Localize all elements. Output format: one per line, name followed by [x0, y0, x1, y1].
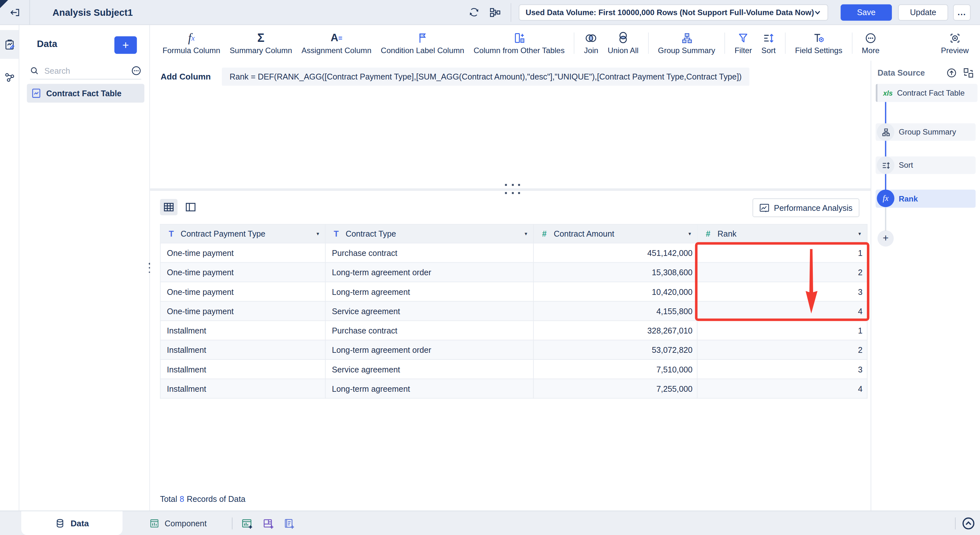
search-options-icon[interactable]	[131, 65, 141, 76]
number-type-icon: #	[704, 229, 713, 238]
toolbar-join[interactable]: Join	[584, 30, 598, 55]
add-dashboard-button[interactable]	[262, 517, 274, 530]
bottom-bar: Data Component	[0, 511, 980, 535]
publish-button[interactable]	[946, 67, 957, 78]
divider	[574, 32, 574, 53]
add-column-icon	[513, 30, 525, 45]
sidebar-item-contract-fact-table[interactable]: Contract Fact Table	[27, 84, 144, 102]
add-column-label: Add Column	[161, 72, 211, 81]
toolbar-filter[interactable]: Filter	[735, 30, 752, 55]
column-dropdown-icon[interactable]: ▼	[858, 232, 862, 236]
tab-data[interactable]: Data	[21, 511, 123, 535]
table-row[interactable]: One-time payment Service agreement 4,155…	[161, 301, 867, 321]
save-button[interactable]: Save	[841, 4, 892, 21]
data-source-panel: Data Source xls Contract Fact Table	[871, 61, 980, 511]
pipeline-icon	[3, 71, 16, 83]
table-body: One-time payment Purchase contract 451,1…	[161, 243, 867, 398]
flow-connector	[885, 208, 886, 231]
table-cell: 451,142,000	[533, 243, 697, 262]
sort-step-icon[interactable]	[877, 157, 894, 174]
swap-icon	[963, 67, 974, 78]
add-step-button[interactable]: +	[877, 230, 894, 247]
add-chart-icon	[241, 518, 253, 530]
table-cell: 3	[697, 359, 867, 379]
left-rail	[0, 25, 19, 511]
field-view-button[interactable]	[182, 199, 199, 216]
sidebar-heading: Data	[37, 38, 57, 49]
exit-button[interactable]	[7, 5, 22, 20]
table-cell: Purchase contract	[325, 243, 533, 262]
column-dropdown-icon[interactable]: ▼	[524, 232, 528, 236]
tab-component[interactable]: Component	[124, 511, 232, 535]
add-table-button[interactable]: +	[115, 37, 137, 54]
table-item-label: Contract Fact Table	[46, 88, 121, 98]
table-cell: Installment	[161, 379, 325, 398]
table-row[interactable]: Installment Service agreement 7,510,000 …	[161, 359, 867, 379]
toolbar-summary-column[interactable]: Σ Summary Column	[229, 30, 292, 55]
switch-view-button[interactable]	[963, 67, 974, 78]
table-cell: 4	[697, 301, 867, 321]
refresh-button[interactable]	[467, 5, 480, 19]
group-summary-step-icon[interactable]	[877, 123, 894, 141]
table-header-row: T Contract Payment Type ▼ T Contract Typ…	[161, 224, 867, 243]
toolbar-sort[interactable]: Sort	[761, 30, 776, 55]
column-header-contract-amount[interactable]: # Contract Amount ▼	[533, 224, 697, 243]
xls-icon: xls	[883, 89, 893, 97]
toolbar-assignment-column[interactable]: A= Assignment Column	[302, 30, 371, 55]
table-row[interactable]: One-time payment Purchase contract 451,1…	[161, 243, 867, 262]
table-cell: 15,308,600	[533, 262, 697, 282]
rank-step-icon[interactable]: fx	[877, 190, 894, 207]
column-dropdown-icon[interactable]: ▼	[316, 232, 320, 236]
table-cell: Long-term agreement order	[325, 262, 533, 282]
search-input[interactable]	[43, 65, 131, 76]
rail-pipeline-tab[interactable]	[0, 62, 19, 91]
main-content: Add Column Rank = DEF(RANK_AGG([Contract…	[150, 61, 871, 511]
performance-analysis-button[interactable]: Performance Analysis	[752, 198, 859, 217]
toolbar-field-settings[interactable]: Field Settings	[795, 30, 842, 55]
table-row[interactable]: Installment Purchase contract 328,267,01…	[161, 321, 867, 340]
table-cell: 4	[697, 379, 867, 398]
collapse-panel-button[interactable]	[961, 516, 976, 531]
table-cell: 3	[697, 282, 867, 301]
step-source-table[interactable]: xls Contract Fact Table	[875, 84, 977, 102]
table-cell: Long-term agreement order	[325, 340, 533, 359]
toolbar-column-from-other-tables[interactable]: Column from Other Tables	[474, 30, 565, 55]
formula-column-icon: fx	[188, 30, 195, 45]
splitter-handle[interactable]	[505, 184, 520, 194]
preview-icon	[948, 30, 961, 45]
column-header-rank[interactable]: # Rank ▼	[697, 224, 867, 243]
data-source-title: Data Source	[877, 68, 940, 77]
data-volume-dropdown[interactable]: Used Data Volume: First 10000,000 Rows (…	[519, 4, 828, 21]
toolbar-group-summary[interactable]: Group Summary	[658, 30, 715, 55]
toolbar-more[interactable]: More	[862, 30, 879, 55]
column-dropdown-icon[interactable]: ▼	[687, 232, 692, 236]
table-row[interactable]: One-time payment Long-term agreement 10,…	[161, 282, 867, 301]
divider	[852, 32, 852, 53]
divider	[955, 517, 956, 530]
app-window: Analysis Subject1 Use	[0, 0, 980, 535]
update-button[interactable]: Update	[898, 4, 948, 21]
divider	[648, 32, 649, 53]
column-header-contract-payment-type[interactable]: T Contract Payment Type ▼	[161, 224, 325, 243]
toolbar-formula-column[interactable]: fx Formula Column	[162, 30, 220, 55]
table-row[interactable]: Installment Long-term agreement order 53…	[161, 340, 867, 359]
toolbar-condition-label-column[interactable]: Condition Label Column	[381, 30, 464, 55]
divider	[511, 3, 511, 22]
formula-expression[interactable]: Rank = DEF(RANK_AGG([Contract Payment Ty…	[222, 68, 749, 86]
add-chart-button[interactable]	[240, 517, 253, 530]
toolbar-preview[interactable]: Preview	[941, 30, 969, 55]
grid-view-button[interactable]	[160, 199, 178, 216]
table-row[interactable]: Installment Long-term agreement 7,255,00…	[161, 379, 867, 398]
relation-view-button[interactable]	[488, 5, 502, 19]
toolbar-union-all[interactable]: Union All	[608, 30, 638, 55]
rail-analysis-tab[interactable]	[0, 30, 19, 59]
more-menu-button[interactable]: ...	[953, 4, 970, 21]
table-cell: Installment	[161, 340, 325, 359]
column-header-contract-type[interactable]: T Contract Type ▼	[325, 224, 533, 243]
add-report-button[interactable]	[283, 517, 295, 530]
formula-bar: Add Column Rank = DEF(RANK_AGG([Contract…	[161, 68, 749, 86]
table-row[interactable]: One-time payment Long-term agreement ord…	[161, 262, 867, 282]
sort-icon	[762, 30, 775, 45]
data-table: T Contract Payment Type ▼ T Contract Typ…	[160, 224, 867, 399]
table-cell: 53,072,820	[533, 340, 697, 359]
